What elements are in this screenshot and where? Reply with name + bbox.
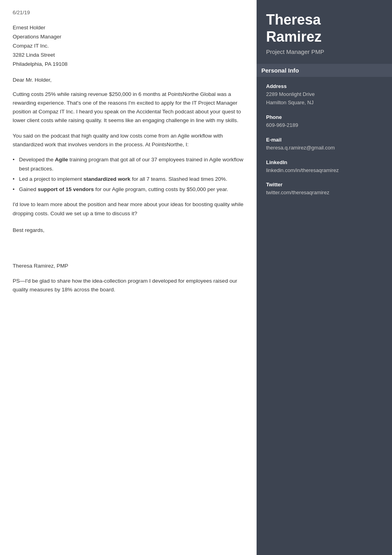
twitter-value: twitter.com/theresaqramirez xyxy=(266,189,382,197)
letter-paragraph-1: Cutting costs 25% while raising revenue … xyxy=(13,90,244,125)
address-line2: Hamilton Square, NJ xyxy=(266,99,382,107)
sidebar-name-line2: Ramirez xyxy=(266,29,322,45)
sidebar-name-line1: Theresa xyxy=(266,11,321,28)
letter-paragraph-3: I'd love to learn more about the positio… xyxy=(13,200,244,218)
phone-value: 609-969-2189 xyxy=(266,121,382,130)
closing-text: Best regards, xyxy=(13,226,244,235)
email-label: E-mail xyxy=(266,137,382,143)
bullet-2: Led a project to implement standardized … xyxy=(13,175,244,184)
address-line1: 2289 Moonlight Drive xyxy=(266,90,382,99)
sidebar-job-title: Project Manager PMP xyxy=(266,48,382,55)
sidebar-column: Theresa Ramirez Project Manager PMP Pers… xyxy=(257,0,392,555)
linkedin-value: linkedin.com/in/theresaqramirez xyxy=(266,166,382,175)
linkedin-block: LinkedIn linkedin.com/in/theresaqramirez xyxy=(266,159,382,175)
signature-name: Theresa Ramirez, PMP xyxy=(13,263,244,269)
letter-signature: Theresa Ramirez, PMP xyxy=(13,263,244,269)
personal-info-header: Personal Info xyxy=(257,64,392,77)
bullet-3: Gained support of 15 vendors for our Agi… xyxy=(13,185,244,194)
recipient-title: Operations Manager xyxy=(13,33,244,42)
letter-ps: PS—I'd be glad to share how the idea-col… xyxy=(13,277,244,295)
letter-salutation: Dear Mr. Holder, xyxy=(13,77,244,83)
letter-recipient: Ernest Holder Operations Manager Compaz … xyxy=(13,23,244,69)
letter-bullets: Developed the Agile training program tha… xyxy=(13,155,244,194)
phone-label: Phone xyxy=(266,114,382,120)
letter-date: 6/21/19 xyxy=(13,10,244,15)
twitter-block: Twitter twitter.com/theresaqramirez xyxy=(266,182,382,197)
sidebar-name: Theresa Ramirez xyxy=(266,11,382,45)
linkedin-label: LinkedIn xyxy=(266,159,382,165)
recipient-company: Compaz IT Inc. xyxy=(13,42,244,51)
recipient-city: Philadelphia, PA 19108 xyxy=(13,60,244,69)
letter-closing: Best regards, xyxy=(13,226,244,235)
address-label: Address xyxy=(266,83,382,89)
letter-paragraph-2: You said on the podcast that high qualit… xyxy=(13,132,244,149)
bullet-1: Developed the Agile training program tha… xyxy=(13,155,244,173)
email-value: theresa.q.ramirez@gmail.com xyxy=(266,144,382,152)
address-block: Address 2289 Moonlight Drive Hamilton Sq… xyxy=(266,83,382,107)
email-block: E-mail theresa.q.ramirez@gmail.com xyxy=(266,137,382,152)
letter-column: 6/21/19 Ernest Holder Operations Manager… xyxy=(0,0,257,555)
letter-body: Cutting costs 25% while raising revenue … xyxy=(13,90,244,218)
recipient-street: 3282 Linda Street xyxy=(13,51,244,60)
twitter-label: Twitter xyxy=(266,182,382,188)
phone-block: Phone 609-969-2189 xyxy=(266,114,382,130)
recipient-name: Ernest Holder xyxy=(13,23,244,33)
